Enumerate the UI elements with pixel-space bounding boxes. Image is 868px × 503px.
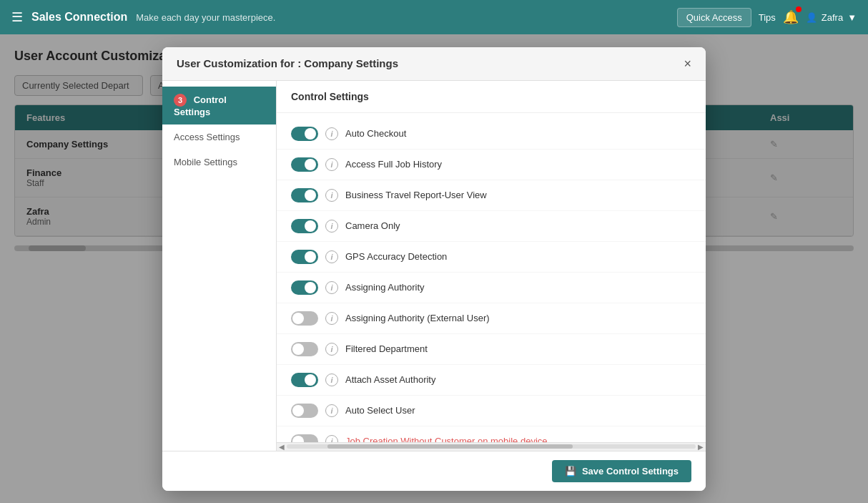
user-avatar-icon: 👤 xyxy=(806,12,817,23)
info-icon-auto-select-user[interactable]: i xyxy=(325,404,338,417)
toggle-filtered-dept[interactable] xyxy=(291,342,318,356)
save-label: Save Control Settings xyxy=(582,466,679,477)
setting-label-business-travel: Business Travel Report-User View xyxy=(345,190,487,200)
top-nav: ☰ Sales Connection Make each day your ma… xyxy=(0,0,868,34)
sidebar-item-mobile[interactable]: Mobile Settings xyxy=(162,150,276,175)
info-icon-auto-checkout[interactable]: i xyxy=(325,127,338,140)
setting-label-access-full-job: Access Full Job History xyxy=(345,159,442,170)
info-icon-camera-only[interactable]: i xyxy=(325,220,338,233)
info-icon-business-travel[interactable]: i xyxy=(325,189,338,202)
page-background: User Account Customization Currently Sel… xyxy=(0,34,868,503)
setting-row-assigning-authority: iAssigning Authority xyxy=(277,273,706,303)
info-icon-assigning-authority[interactable]: i xyxy=(325,281,338,294)
modal-footer: 💾 Save Control Settings xyxy=(162,451,706,491)
sidebar-mobile-label: Mobile Settings xyxy=(174,157,237,167)
nav-actions: Quick Access Tips 🔔 👤 Zafra ▼ xyxy=(677,8,857,27)
scroll-right-icon[interactable]: ▶ xyxy=(696,441,706,451)
content-header: Control Settings xyxy=(277,81,706,113)
modal-dialog: User Customization for : Company Setting… xyxy=(162,47,706,491)
setting-row-job-creation: iJob Creation Without Customer on mobile… xyxy=(277,426,706,442)
setting-label-assigning-authority: Assigning Authority xyxy=(345,282,425,293)
modal-body: 3 Control Settings Access Settings Mobil… xyxy=(162,81,706,451)
save-icon: 💾 xyxy=(565,466,576,477)
info-icon-filtered-dept[interactable]: i xyxy=(325,343,338,356)
toggle-camera-only[interactable] xyxy=(291,219,318,233)
setting-label-job-creation: Job Creation Without Customer on mobile … xyxy=(345,436,548,442)
info-icon-attach-asset[interactable]: i xyxy=(325,373,338,386)
modal-overlay: User Customization for : Company Setting… xyxy=(0,34,868,503)
sidebar-access-label: Access Settings xyxy=(174,132,240,142)
quick-access-button[interactable]: Quick Access xyxy=(677,8,751,27)
sidebar-item-control[interactable]: 3 Control Settings xyxy=(162,87,276,124)
modal-close-button[interactable]: × xyxy=(684,57,691,70)
toggle-access-full-job[interactable] xyxy=(291,157,318,172)
setting-row-assigning-authority-ext: iAssigning Authority (External User) xyxy=(277,303,706,334)
toggle-business-travel[interactable] xyxy=(291,188,318,202)
toggle-job-creation[interactable] xyxy=(291,434,318,442)
user-name: Zafra xyxy=(822,12,843,23)
bell-icon: 🔔 xyxy=(783,10,799,24)
setting-row-camera-only: iCamera Only xyxy=(277,211,706,242)
setting-row-filtered-dept: iFiltered Department xyxy=(277,334,706,365)
notifications-bell[interactable]: 🔔 xyxy=(783,9,799,25)
modal-main-content: Control Settings iAuto CheckoutiAccess F… xyxy=(277,81,706,451)
modal-sidebar: 3 Control Settings Access Settings Mobil… xyxy=(162,81,277,451)
tips-button[interactable]: Tips xyxy=(759,12,776,23)
setting-label-assigning-authority-ext: Assigning Authority (External User) xyxy=(345,313,490,323)
setting-row-attach-asset: iAttach Asset Authority xyxy=(277,365,706,396)
setting-label-camera-only: Camera Only xyxy=(345,220,400,231)
setting-label-gps-accuracy: GPS Accuracy Detection xyxy=(345,251,447,262)
modal-title: User Customization for : Company Setting… xyxy=(177,57,398,69)
bell-badge xyxy=(796,6,802,12)
setting-row-business-travel: iBusiness Travel Report-User View xyxy=(277,180,706,211)
toggle-attach-asset[interactable] xyxy=(291,373,318,387)
info-icon-assigning-authority-ext[interactable]: i xyxy=(325,312,338,325)
toggle-auto-select-user[interactable] xyxy=(291,404,318,418)
control-badge: 3 xyxy=(174,94,187,107)
toggle-auto-checkout[interactable] xyxy=(291,127,318,141)
horizontal-scrollbar[interactable]: ◀ ▶ xyxy=(277,442,706,451)
setting-label-auto-select-user: Auto Select User xyxy=(345,405,415,416)
brand-name: Sales Connection xyxy=(31,11,127,24)
modal-header: User Customization for : Company Setting… xyxy=(162,47,706,81)
setting-row-auto-select-user: iAuto Select User xyxy=(277,396,706,426)
setting-row-gps-accuracy: iGPS Accuracy Detection xyxy=(277,242,706,273)
setting-row-auto-checkout: iAuto Checkout xyxy=(277,119,706,150)
scroll-track xyxy=(287,444,696,449)
toggle-assigning-authority[interactable] xyxy=(291,280,318,295)
toggle-assigning-authority-ext[interactable] xyxy=(291,311,318,326)
chevron-down-icon: ▼ xyxy=(847,12,857,23)
sidebar-item-access[interactable]: Access Settings xyxy=(162,124,276,150)
setting-label-auto-checkout: Auto Checkout xyxy=(345,128,406,139)
info-icon-gps-accuracy[interactable]: i xyxy=(325,250,338,263)
settings-list: iAuto CheckoutiAccess Full Job HistoryiB… xyxy=(277,113,706,442)
setting-label-filtered-dept: Filtered Department xyxy=(345,343,428,354)
setting-label-attach-asset: Attach Asset Authority xyxy=(345,374,435,385)
save-control-settings-button[interactable]: 💾 Save Control Settings xyxy=(552,460,691,482)
nav-tagline: Make each day your masterpiece. xyxy=(136,12,676,23)
user-menu[interactable]: 👤 Zafra ▼ xyxy=(806,12,857,23)
toggle-gps-accuracy[interactable] xyxy=(291,250,318,264)
scroll-thumb xyxy=(327,444,573,449)
info-icon-job-creation[interactable]: i xyxy=(325,435,338,442)
setting-row-access-full-job: iAccess Full Job History xyxy=(277,150,706,180)
scroll-left-icon[interactable]: ◀ xyxy=(277,441,287,451)
menu-icon[interactable]: ☰ xyxy=(11,9,23,25)
info-icon-access-full-job[interactable]: i xyxy=(325,158,338,171)
